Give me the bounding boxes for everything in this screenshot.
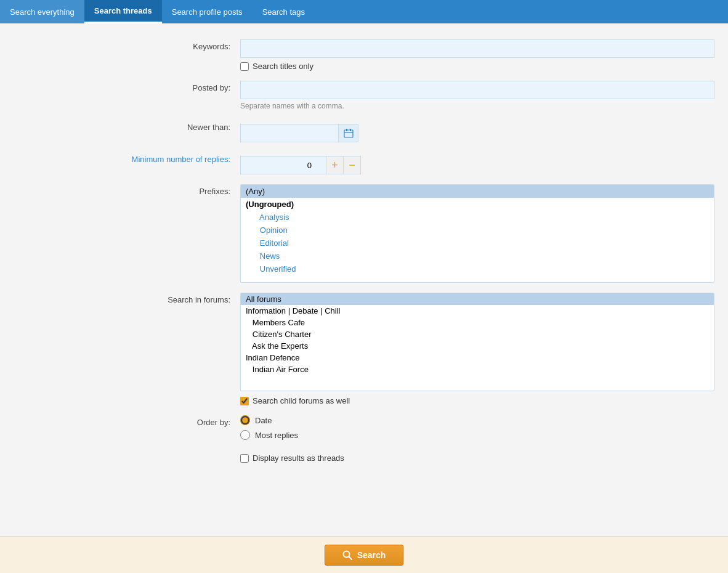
decrement-button[interactable]: − — [344, 156, 361, 174]
display-results-row-inner: Display results as threads — [240, 453, 716, 463]
order-by-row: Order by: Date Most replies — [0, 412, 728, 446]
prefix-list-wrapper: (Any) (Ungrouped) Analysis Opinion Edito… — [240, 184, 714, 283]
posted-by-input[interactable] — [240, 81, 714, 99]
order-date-label[interactable]: Date — [255, 416, 272, 425]
min-replies-input[interactable] — [240, 156, 326, 174]
search-forums-label: Search in forums: — [168, 295, 230, 304]
order-replies-label[interactable]: Most replies — [255, 431, 298, 440]
search-forums-row: Search in forums: All forums Information… — [0, 289, 728, 412]
search-child-forums-label[interactable]: Search child forums as well — [253, 396, 350, 405]
min-replies-label: Minimum number of replies: — [132, 155, 230, 164]
prefixes-row: Prefixes: (Any) (Ungrouped) Analysis Opi… — [0, 181, 728, 289]
main-content: Keywords: Search titles only Posted by: … — [0, 23, 728, 536]
top-nav: Search everything Search threads Search … — [0, 0, 728, 23]
keywords-row: Keywords: Search titles only — [0, 36, 728, 77]
order-by-group: Date Most replies — [240, 415, 716, 440]
tab-search-profile-posts[interactable]: Search profile posts — [162, 0, 253, 23]
number-wrapper: + − — [240, 156, 716, 174]
increment-button[interactable]: + — [326, 156, 344, 174]
prefixes-label: Prefixes: — [199, 187, 230, 196]
order-date-row: Date — [240, 415, 716, 425]
forums-select[interactable]: All forums Information | Debate | Chill … — [240, 293, 714, 391]
order-by-label: Order by: — [197, 418, 230, 427]
display-results-row: Display results as threads — [0, 446, 728, 469]
tab-search-tags[interactable]: Search tags — [253, 0, 315, 23]
svg-rect-1 — [346, 129, 347, 131]
svg-line-5 — [349, 556, 352, 559]
search-icon — [342, 550, 352, 560]
forum-list-wrapper: All forums Information | Debate | Chill … — [240, 293, 714, 391]
search-titles-only-row: Search titles only — [240, 62, 716, 71]
newer-than-row: Newer than: — [0, 116, 728, 148]
calendar-button[interactable] — [339, 124, 358, 142]
posted-by-hint: Separate names with a comma. — [240, 102, 716, 110]
search-form: Keywords: Search titles only Posted by: … — [0, 36, 728, 469]
order-date-radio[interactable] — [240, 415, 250, 425]
search-button-label: Search — [357, 550, 386, 560]
svg-rect-0 — [344, 130, 353, 137]
newer-than-label: Newer than: — [187, 123, 230, 132]
order-replies-row: Most replies — [240, 430, 716, 440]
order-replies-radio[interactable] — [240, 430, 250, 440]
search-button[interactable]: Search — [325, 545, 404, 566]
footer-bar: Search — [0, 536, 728, 573]
keywords-input[interactable] — [240, 39, 714, 58]
svg-rect-2 — [350, 129, 351, 131]
calendar-icon — [344, 128, 354, 138]
prefixes-select[interactable]: (Any) (Ungrouped) Analysis Opinion Edito… — [240, 184, 714, 283]
search-titles-only-label[interactable]: Search titles only — [253, 62, 313, 71]
search-child-forums-row: Search child forums as well — [240, 396, 716, 405]
tab-search-threads[interactable]: Search threads — [84, 0, 162, 23]
posted-by-label: Posted by: — [193, 83, 230, 92]
date-wrapper — [240, 124, 716, 142]
tab-search-everything[interactable]: Search everything — [0, 0, 84, 23]
display-results-checkbox[interactable] — [240, 454, 249, 463]
search-titles-only-checkbox[interactable] — [240, 62, 249, 71]
search-child-forums-checkbox[interactable] — [240, 397, 249, 405]
display-results-label[interactable]: Display results as threads — [253, 453, 344, 463]
newer-than-input[interactable] — [240, 124, 339, 142]
posted-by-row: Posted by: Separate names with a comma. — [0, 77, 728, 116]
keywords-label: Keywords: — [193, 42, 230, 51]
min-replies-row: Minimum number of replies: + − — [0, 148, 728, 181]
